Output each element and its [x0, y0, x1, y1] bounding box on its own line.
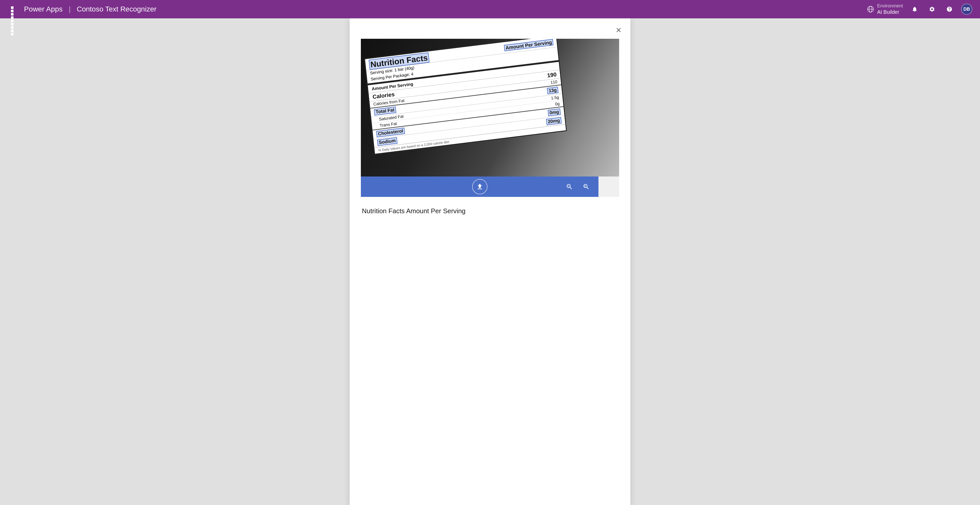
nf-sodium-value: 20mg [546, 117, 562, 125]
settings-button[interactable] [926, 3, 938, 15]
help-button[interactable] [944, 3, 955, 15]
topbar-project-name: Contoso Text Recognizer [77, 5, 156, 13]
nf-total-fat-label: Total Fat [374, 106, 396, 116]
waffle-icon-button[interactable] [8, 3, 20, 15]
close-button[interactable] [612, 24, 625, 37]
zoom-controls [562, 179, 593, 194]
nf-sodium-label: Sodium [377, 137, 398, 146]
topbar-separator: | [68, 5, 70, 13]
topbar: Power Apps | Contoso Text Recognizer Env… [0, 0, 980, 18]
nf-trans-fat-label: Trans Fat [380, 121, 397, 128]
upload-button[interactable] [472, 179, 487, 194]
zoom-out-button[interactable] [562, 179, 576, 194]
image-container: Nutrition Facts Amount Per Serving Servi… [350, 18, 630, 215]
nf-sat-fat-value: 1.5g [551, 95, 559, 101]
nf-cholesterol-value: 0mg [548, 108, 561, 116]
environment-info: Environment AI Builder [866, 3, 903, 15]
notification-button[interactable] [909, 3, 920, 15]
topbar-app-name: Power Apps [24, 5, 62, 13]
image-toolbar [361, 176, 598, 197]
nf-total-fat-value: 13g [547, 87, 558, 94]
nf-trans-fat-value: 0g [555, 101, 560, 106]
topbar-right: Environment AI Builder DB [866, 3, 972, 15]
topbar-left: Power Apps | Contoso Text Recognizer [8, 3, 156, 15]
user-avatar[interactable]: DB [961, 3, 972, 15]
result-text: Nutrition Facts Amount Per Serving [361, 207, 619, 215]
environment-icon [866, 5, 875, 13]
image-wrapper: Nutrition Facts Amount Per Serving Servi… [361, 39, 619, 197]
nutrition-image: Nutrition Facts Amount Per Serving Servi… [361, 39, 619, 176]
environment-label: Environment [877, 3, 903, 9]
environment-name: AI Builder [877, 9, 903, 15]
nf-calories-value: 190 [547, 71, 557, 79]
image-panel: Nutrition Facts Amount Per Serving Servi… [350, 18, 630, 505]
environment-text: Environment AI Builder [877, 3, 903, 15]
waffle-icon [10, 6, 18, 13]
zoom-in-button[interactable] [579, 179, 593, 194]
main-content: Nutrition Facts Amount Per Serving Servi… [0, 18, 980, 505]
nf-cal-from-fat-value: 110 [550, 79, 557, 85]
